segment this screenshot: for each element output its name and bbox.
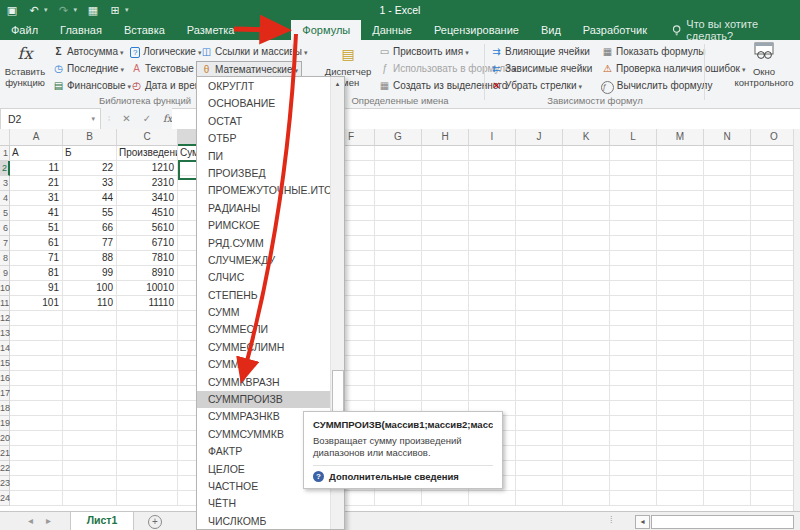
row-header-7[interactable]: 7 xyxy=(0,236,10,251)
cell-L1[interactable] xyxy=(610,146,657,161)
cell-C2[interactable]: 1210 xyxy=(117,161,178,176)
cell-N22[interactable] xyxy=(704,461,751,476)
menu-item-ЧИСЛКОМБ[interactable]: ЧИСЛКОМБ xyxy=(197,513,331,530)
cell-K8[interactable] xyxy=(563,251,610,266)
cell-C18[interactable] xyxy=(117,401,178,416)
cell-L23[interactable] xyxy=(610,476,657,491)
row-header-23[interactable]: 23 xyxy=(0,476,10,491)
cell-C17[interactable] xyxy=(117,386,178,401)
row-header-13[interactable]: 13 xyxy=(0,326,10,341)
cell-I12[interactable] xyxy=(469,311,516,326)
cell-O21[interactable] xyxy=(751,446,798,461)
financial-button[interactable]: ▤Финансовые▾ xyxy=(52,78,131,94)
cell-O6[interactable] xyxy=(751,221,798,236)
cell-J7[interactable] xyxy=(516,236,563,251)
tab-разметка-страницы[interactable]: Разметка страницы xyxy=(176,20,292,40)
enter-icon[interactable]: ✓ xyxy=(143,113,151,124)
cell-O10[interactable] xyxy=(751,281,798,296)
cell-O1[interactable] xyxy=(751,146,798,161)
cell-L16[interactable] xyxy=(610,371,657,386)
cell-H2[interactable] xyxy=(422,161,469,176)
cell-O24[interactable] xyxy=(751,491,798,506)
cell-G8[interactable] xyxy=(375,251,422,266)
cell-O9[interactable] xyxy=(751,266,798,281)
sheet-nav-right-icon[interactable]: ▸ xyxy=(46,512,51,530)
cell-N11[interactable] xyxy=(704,296,751,311)
cell-H6[interactable] xyxy=(422,221,469,236)
cell-A5[interactable]: 41 xyxy=(10,206,63,221)
cell-A11[interactable]: 101 xyxy=(10,296,63,311)
cell-N1[interactable] xyxy=(704,146,751,161)
error-checking-button[interactable]: ⚠Проверка наличия ошибок▾ xyxy=(601,61,745,77)
cell-G7[interactable] xyxy=(375,236,422,251)
cell-G24[interactable] xyxy=(375,491,422,506)
cell-C11[interactable]: 11110 xyxy=(117,296,178,311)
row-header-2[interactable]: 2 xyxy=(0,161,10,176)
menu-item-РАДИАНЫ[interactable]: РАДИАНЫ xyxy=(197,200,331,217)
cell-J18[interactable] xyxy=(516,401,563,416)
cell-C15[interactable] xyxy=(117,356,178,371)
cell-M12[interactable] xyxy=(657,311,704,326)
cell-K18[interactable] xyxy=(563,401,610,416)
row-header-11[interactable]: 11 xyxy=(0,296,10,311)
cancel-icon[interactable]: ✕ xyxy=(122,113,130,124)
cell-M13[interactable] xyxy=(657,326,704,341)
trace-dependents-button[interactable]: ⇇Зависимые ячейки xyxy=(490,61,592,77)
cell-G3[interactable] xyxy=(375,176,422,191)
cell-K15[interactable] xyxy=(563,356,610,371)
cell-N21[interactable] xyxy=(704,446,751,461)
cell-N5[interactable] xyxy=(704,206,751,221)
cell-H5[interactable] xyxy=(422,206,469,221)
cell-N4[interactable] xyxy=(704,191,751,206)
row-header-18[interactable]: 18 xyxy=(0,401,10,416)
cell-A22[interactable] xyxy=(10,461,63,476)
cell-K1[interactable] xyxy=(563,146,610,161)
define-name-button[interactable]: ▭Присвоить имя▾ xyxy=(378,44,469,60)
cell-K6[interactable] xyxy=(563,221,610,236)
cell-L11[interactable] xyxy=(610,296,657,311)
row-header-20[interactable]: 20 xyxy=(0,431,10,446)
select-all-corner[interactable] xyxy=(0,129,10,146)
menu-item-РЯД.СУММ[interactable]: РЯД.СУММ xyxy=(197,235,331,252)
cell-N7[interactable] xyxy=(704,236,751,251)
cell-H12[interactable] xyxy=(422,311,469,326)
cell-M14[interactable] xyxy=(657,341,704,356)
cell-B11[interactable]: 110 xyxy=(63,296,117,311)
cell-G5[interactable] xyxy=(375,206,422,221)
cell-C24[interactable] xyxy=(117,491,178,506)
sheet-tab[interactable]: Лист1 xyxy=(70,512,134,530)
cell-J15[interactable] xyxy=(516,356,563,371)
cell-K13[interactable] xyxy=(563,326,610,341)
cell-I16[interactable] xyxy=(469,371,516,386)
cell-L18[interactable] xyxy=(610,401,657,416)
menu-item-ПИ[interactable]: ПИ xyxy=(197,148,331,165)
cell-H16[interactable] xyxy=(422,371,469,386)
menu-item-РИМСКОЕ[interactable]: РИМСКОЕ xyxy=(197,217,331,234)
vertical-scrollbar[interactable] xyxy=(793,129,800,511)
cell-B9[interactable]: 99 xyxy=(63,266,117,281)
cell-N6[interactable] xyxy=(704,221,751,236)
tab-рецензирование[interactable]: Рецензирование xyxy=(423,20,530,40)
cell-C16[interactable] xyxy=(117,371,178,386)
cell-K4[interactable] xyxy=(563,191,610,206)
cell-I11[interactable] xyxy=(469,296,516,311)
cell-O23[interactable] xyxy=(751,476,798,491)
cell-K16[interactable] xyxy=(563,371,610,386)
cell-N15[interactable] xyxy=(704,356,751,371)
insert-function-fx-icon[interactable]: fx xyxy=(163,113,172,124)
cell-M7[interactable] xyxy=(657,236,704,251)
cell-H14[interactable] xyxy=(422,341,469,356)
cell-M17[interactable] xyxy=(657,386,704,401)
cell-M21[interactable] xyxy=(657,446,704,461)
cell-A3[interactable]: 21 xyxy=(10,176,63,191)
cell-G16[interactable] xyxy=(375,371,422,386)
cell-O13[interactable] xyxy=(751,326,798,341)
column-header-O[interactable]: O xyxy=(751,129,798,146)
cell-C13[interactable] xyxy=(117,326,178,341)
row-header-15[interactable]: 15 xyxy=(0,356,10,371)
insert-function-button[interactable]: fx Вставить функцию xyxy=(2,42,48,102)
cell-J2[interactable] xyxy=(516,161,563,176)
cell-J1[interactable] xyxy=(516,146,563,161)
name-box[interactable]: D2 ▾ xyxy=(0,108,101,130)
cell-O4[interactable] xyxy=(751,191,798,206)
